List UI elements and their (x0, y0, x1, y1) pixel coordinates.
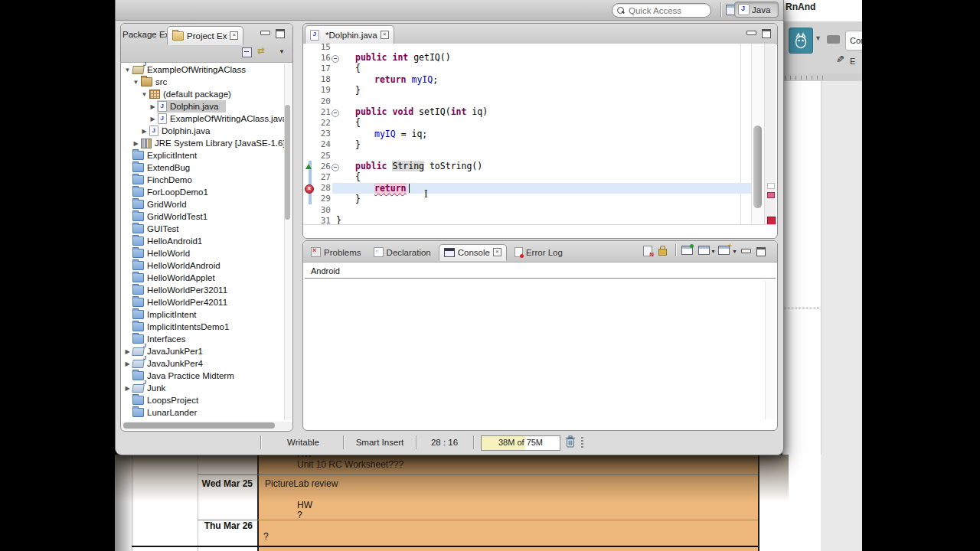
overview-error-marker[interactable] (767, 192, 775, 198)
tab-error-log[interactable]: Error Log (510, 244, 567, 260)
link-with-editor-icon[interactable]: ⇄ (257, 46, 264, 56)
code-line-16[interactable]: 16public int getIQ() (305, 52, 764, 63)
expanded-arrow-icon[interactable]: ▼ (123, 67, 132, 73)
edit-button-label[interactable]: E (850, 57, 855, 66)
error-marker-icon[interactable]: × (305, 184, 314, 194)
dropdown-caret-icon[interactable]: ▼ (732, 249, 737, 254)
minimize-view-icon[interactable] (741, 249, 751, 253)
tree-item-src[interactable]: ▼src (121, 76, 284, 88)
code-line-24[interactable]: 24} (305, 139, 764, 150)
collapsed-arrow-icon[interactable]: ▶ (123, 385, 132, 392)
tree-item-exampleofwritingaclass[interactable]: ▼ExampleOfWritingAClass (121, 64, 284, 76)
code-line-23[interactable]: 23myIQ = iq; (305, 129, 764, 139)
code-line-19[interactable]: 19} (305, 85, 764, 96)
tree-item-gridworld[interactable]: GridWorld (121, 198, 284, 210)
tab-console[interactable]: Console× (439, 244, 507, 261)
collapsed-arrow-icon[interactable]: ▶ (132, 140, 140, 147)
java-perspective-button[interactable]: Java (734, 2, 779, 18)
tree-item-gridworldtest1[interactable]: GridWorldTest1 (121, 210, 284, 223)
tree-item--default-package-[interactable]: ▼(default package) (121, 88, 284, 100)
collapsed-arrow-icon[interactable]: ▶ (140, 128, 149, 135)
tree-item-explicitintent[interactable]: ExplicitIntent (121, 149, 284, 161)
scrollbar-thumb[interactable] (285, 105, 290, 220)
overview-marker[interactable] (767, 183, 775, 189)
tree-item-helloworldper42011[interactable]: HelloWorldPer42011 (121, 296, 284, 308)
close-icon[interactable]: × (381, 31, 389, 39)
editor-vertical-scrollbar[interactable] (751, 44, 764, 224)
scroll-lock-icon[interactable] (658, 249, 667, 256)
tree-item-jre-system-library-javase-1-6-[interactable]: ▶JRE System Library [JavaSE-1.6] (121, 137, 284, 149)
comment-bubble-icon[interactable] (827, 35, 840, 44)
scrollbar-thumb[interactable] (123, 422, 275, 429)
code-line-20[interactable]: 20 (305, 96, 764, 106)
code-line-29[interactable]: 29} (305, 194, 764, 204)
clear-console-icon[interactable] (643, 246, 652, 256)
open-console-icon[interactable] (718, 246, 730, 255)
tree-item-guitest[interactable]: GUITest (121, 223, 284, 235)
collapse-all-icon[interactable] (242, 47, 252, 57)
tree-item-forloopdemo1[interactable]: ForLoopDemo1 (121, 186, 284, 198)
tab-declaration[interactable]: Declaration (369, 244, 436, 260)
tree-item-javajunkper4[interactable]: ▶JavaJunkPer4 (121, 357, 284, 370)
avatar-dropdown-caret-icon[interactable]: ▼ (815, 34, 822, 42)
collapsed-arrow-icon[interactable]: ▶ (149, 116, 157, 122)
close-icon[interactable]: × (230, 31, 238, 40)
maximize-view-icon[interactable] (276, 29, 285, 38)
fold-collapse-icon[interactable] (332, 55, 339, 63)
tree-item-helloworldandroid[interactable]: HelloWorldAndroid (121, 259, 284, 272)
code-line-27[interactable]: 27{ (305, 171, 764, 182)
tree-item-implicitintent[interactable]: ImplicitIntent (121, 308, 284, 321)
editor-horizontal-scroll-area[interactable] (303, 224, 776, 239)
code-line-22[interactable]: 22{ (305, 117, 764, 128)
quick-access-box[interactable] (612, 3, 711, 18)
expanded-arrow-icon[interactable]: ▼ (132, 79, 140, 86)
collapsed-arrow-icon[interactable]: ▶ (123, 348, 132, 355)
avatar[interactable] (789, 28, 813, 54)
display-selected-console-icon[interactable] (698, 246, 710, 255)
pin-console-icon[interactable] (681, 246, 693, 255)
maximize-view-icon[interactable] (762, 29, 771, 38)
code-line-17[interactable]: 17{ (305, 63, 764, 73)
code-line-26[interactable]: 26public String toString() (305, 161, 764, 171)
overview-error-square[interactable] (767, 217, 776, 224)
console-scrollbar[interactable] (765, 281, 775, 419)
collapsed-arrow-icon[interactable]: ▶ (149, 103, 157, 110)
close-icon[interactable]: × (493, 248, 501, 256)
tab-package-explorer[interactable]: Package Ex (122, 30, 169, 39)
dropdown-caret-icon[interactable]: ▼ (710, 249, 716, 254)
code-line-25[interactable]: 25 (305, 150, 764, 161)
maximize-view-icon[interactable] (756, 247, 766, 256)
code-line-15[interactable]: 15 (305, 44, 764, 52)
code-line-31[interactable]: 31} (305, 215, 764, 224)
tree-item-extendbug[interactable]: ExtendBug (121, 161, 284, 174)
quick-access-input[interactable] (627, 5, 701, 16)
scrollbar-thumb[interactable] (753, 126, 762, 208)
comment-button[interactable]: Com (845, 31, 862, 51)
code-editor[interactable]: 1516public int getIQ()17{18return myIQ;1… (303, 44, 776, 224)
code-line-30[interactable]: 30 (305, 204, 764, 215)
expanded-arrow-icon[interactable]: ▼ (140, 91, 149, 98)
tree-item-lunarlander[interactable]: LunarLander (121, 406, 284, 419)
overview-ruler[interactable] (764, 44, 776, 224)
edit-pencil-icon[interactable]: ✎ (836, 54, 844, 65)
minimize-view-icon[interactable] (260, 31, 270, 35)
explorer-vertical-scrollbar[interactable] (284, 64, 292, 420)
view-menu-icon[interactable]: ▼ (279, 48, 285, 55)
tree-item-junk[interactable]: ▶Junk (121, 382, 284, 394)
tree-item-dolphin-java[interactable]: ▶Dolphin.java (121, 100, 284, 112)
tree-item-exampleofwritingaclass-java[interactable]: ▶ExampleOfWritingAClass.java (121, 112, 284, 125)
tree-item-helloworldapplet[interactable]: HelloWorldApplet (121, 272, 284, 284)
tree-item-helloworld[interactable]: HelloWorld (121, 247, 284, 259)
minimize-view-icon[interactable] (746, 31, 756, 35)
code-line-28[interactable]: ×28return (305, 183, 764, 194)
tab-project-explorer[interactable]: Project Ex × (167, 26, 243, 45)
tree-item-finchdemo[interactable]: FinchDemo (121, 174, 284, 186)
fold-collapse-icon[interactable] (332, 109, 339, 117)
code-line-21[interactable]: 21public void setIQ(int iq) (305, 106, 764, 117)
tab-dolphin-java[interactable]: *Dolphin.java × (305, 25, 394, 44)
collapsed-arrow-icon[interactable]: ▶ (123, 360, 132, 367)
fold-collapse-icon[interactable] (332, 164, 339, 171)
tree-item-loopsproject[interactable]: LoopsProject (121, 394, 284, 406)
tree-item-helloworldper32011[interactable]: HelloWorldPer32011 (121, 284, 284, 296)
code-line-18[interactable]: 18return myIQ; (305, 74, 764, 85)
